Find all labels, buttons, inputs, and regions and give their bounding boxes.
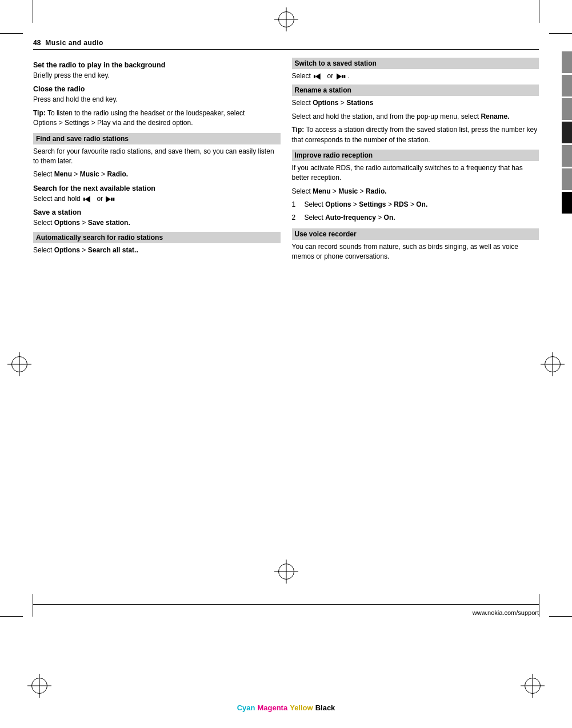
- footer-url: www.nokia.com/support: [473, 609, 539, 616]
- section-improve-reception-heading: Improve radio reception: [292, 150, 539, 161]
- section-set-radio-body: Briefly press the end key.: [33, 71, 281, 81]
- svg-marker-1: [85, 196, 90, 202]
- section-rename-station-body2: Select and hold the station, and from th…: [292, 112, 539, 122]
- section-rename-station-body1: Select Options > Stations: [292, 98, 539, 108]
- two-col-layout: Set the radio to play in the background …: [33, 57, 539, 266]
- trim-tl-v: [33, 0, 33, 23]
- svg-rect-3: [111, 198, 113, 200]
- section-find-save-body: Search for your favourite radio stations…: [33, 147, 281, 167]
- left-column: Set the radio to play in the background …: [33, 57, 281, 266]
- section-auto-search-heading: Automatically search for radio stations: [33, 232, 281, 243]
- page-header: 48 Music and audio: [33, 39, 539, 50]
- cmyk-black: Black: [315, 703, 335, 712]
- tip-right-prefix: Tip:: [292, 126, 305, 134]
- main-content: 48 Music and audio Set the radio to play…: [33, 39, 539, 591]
- section-improve-reception-menu: Select Menu > Music > Radio.: [292, 187, 539, 196]
- reg-mark-bottom-right: [525, 678, 541, 694]
- tip-right-body: To access a station directly from the sa…: [292, 126, 538, 143]
- page-number: 48: [33, 39, 41, 47]
- section-voice-recorder-heading: Use voice recorder: [292, 228, 539, 240]
- side-tabs: [562, 51, 572, 215]
- section-switch-station-body: Select or: [292, 71, 539, 81]
- svg-marker-2: [106, 196, 111, 202]
- section-save-station-heading: Save a station: [33, 208, 281, 216]
- list-text-2: Select Auto-frequency > On.: [305, 213, 395, 223]
- trim-br-h: [549, 616, 572, 617]
- section-save-station-body: Select Options > Save station.: [33, 218, 281, 228]
- cmyk-bar: Cyan Magenta Yellow Black: [237, 703, 335, 712]
- side-tab-4: [562, 122, 572, 143]
- section-switch-station-heading: Switch to a saved station: [292, 58, 539, 69]
- reg-mark-left: [11, 356, 27, 372]
- svg-rect-8: [342, 75, 343, 78]
- reg-mark-right: [545, 356, 561, 372]
- side-tab-6: [562, 168, 572, 190]
- list-item-2: 2 Select Auto-frequency > On.: [292, 213, 539, 223]
- side-tab-1: [562, 51, 572, 73]
- right-column: Switch to a saved station Select or: [292, 57, 539, 266]
- switch-prev-icon: [314, 73, 324, 81]
- side-tab-7: [562, 192, 572, 214]
- svg-rect-4: [113, 198, 115, 200]
- section-voice-recorder-body: You can record sounds from nature, such …: [292, 242, 539, 262]
- tip-body: To listen to the radio using the headset…: [33, 109, 245, 127]
- tip-left-1: Tip: To listen to the radio using the he…: [33, 108, 281, 128]
- trim-tr-h: [549, 33, 572, 34]
- section-close-radio-body: Press and hold the end key.: [33, 95, 281, 104]
- reg-mark-top: [278, 11, 294, 27]
- trim-tl-h: [0, 33, 23, 34]
- side-tab-2: [562, 75, 572, 96]
- side-tab-3: [562, 98, 572, 120]
- prev-icon: [83, 195, 94, 203]
- section-set-radio-heading: Set the radio to play in the background: [33, 61, 281, 69]
- switch-next-icon: [337, 73, 347, 81]
- section-find-save-heading: Find and save radio stations: [33, 133, 281, 144]
- improve-reception-steps: 1 Select Options > Settings > RDS > On. …: [292, 200, 539, 223]
- tip-right-1: Tip: To access a station directly from t…: [292, 125, 539, 145]
- page-footer: www.nokia.com/support: [33, 604, 539, 617]
- svg-rect-5: [314, 75, 315, 78]
- section-improve-reception-body: If you activate RDS, the radio automatic…: [292, 163, 539, 183]
- tip-prefix: Tip:: [33, 109, 46, 117]
- list-num-1: 1: [292, 200, 300, 210]
- side-tab-5: [562, 145, 572, 167]
- section-auto-search-body: Select Options > Search all stat..: [33, 246, 281, 255]
- trim-tr-v: [539, 0, 539, 23]
- list-item-1: 1 Select Options > Settings > RDS > On.: [292, 200, 539, 210]
- section-close-radio-heading: Close the radio: [33, 85, 281, 93]
- cmyk-magenta: Magenta: [257, 703, 287, 712]
- list-text-1: Select Options > Settings > RDS > On.: [305, 200, 428, 210]
- cmyk-cyan: Cyan: [237, 703, 255, 712]
- page-container: 48 Music and audio Set the radio to play…: [0, 0, 572, 728]
- trim-bl-h: [0, 616, 23, 617]
- cmyk-yellow: Yellow: [290, 703, 313, 712]
- trim-br-v: [539, 594, 539, 617]
- svg-rect-0: [83, 198, 85, 200]
- next-icon: [106, 195, 116, 203]
- svg-rect-9: [343, 75, 345, 78]
- reg-mark-bottom-left: [31, 678, 47, 694]
- list-num-2: 2: [292, 213, 300, 223]
- section-search-station-body: Select and hold or: [33, 194, 281, 204]
- svg-marker-7: [337, 73, 342, 79]
- section-rename-station-heading: Rename a station: [292, 85, 539, 96]
- page-title: Music and audio: [45, 39, 103, 47]
- section-find-save-menu: Select Menu > Music > Radio.: [33, 170, 281, 179]
- svg-marker-6: [315, 73, 321, 79]
- section-search-station-heading: Search for the next available station: [33, 184, 281, 192]
